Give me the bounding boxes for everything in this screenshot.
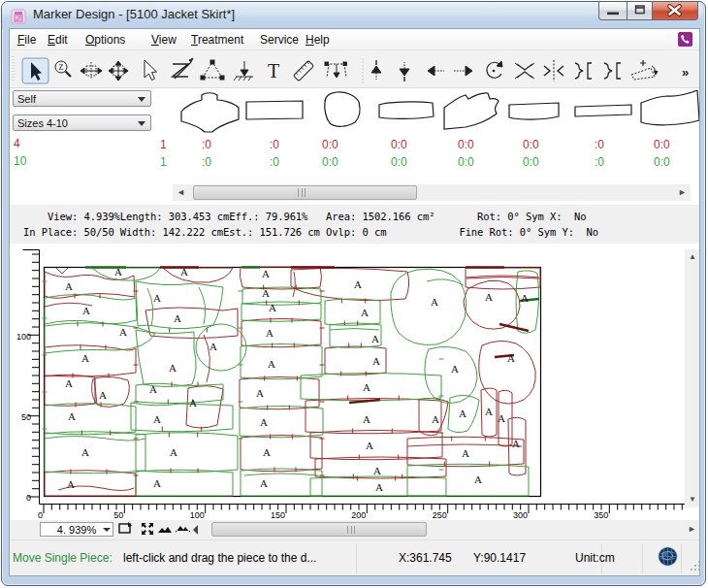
svg-text:A: A [209, 341, 217, 352]
svg-text:Z: Z [59, 63, 64, 72]
svg-text:A: A [361, 307, 369, 318]
svg-text:A: A [498, 412, 505, 424]
svg-text:A: A [189, 397, 197, 408]
svg-text:A: A [363, 413, 370, 425]
svg-text:A: A [373, 465, 381, 476]
svg-text:A: A [462, 447, 469, 459]
svg-text:A: A [67, 478, 75, 490]
svg-text:A: A [260, 416, 268, 428]
svg-text:100: 100 [190, 510, 205, 520]
svg-text:A: A [262, 268, 270, 279]
svg-text:A: A [371, 333, 379, 344]
svg-text:A: A [153, 413, 161, 425]
svg-text:A: A [431, 296, 438, 308]
svg-text:200: 200 [351, 510, 366, 520]
svg-text:A: A [451, 363, 459, 375]
svg-text:A: A [512, 438, 520, 449]
svg-text:T: T [268, 60, 279, 82]
svg-text:300: 300 [513, 510, 528, 520]
svg-text:A: A [268, 358, 275, 370]
svg-text:A: A [366, 440, 373, 451]
svg-text:A: A [459, 408, 467, 419]
svg-text:A: A [375, 481, 383, 493]
svg-text:A: A [170, 446, 177, 458]
svg-text:A: A [256, 387, 264, 399]
svg-text:A: A [119, 326, 127, 338]
svg-text:A: A [432, 413, 439, 425]
svg-text:A: A [363, 381, 370, 393]
svg-text:250: 250 [433, 510, 447, 520]
svg-text:A: A [269, 302, 276, 313]
svg-text:A: A [114, 266, 122, 278]
svg-text:100: 100 [16, 332, 31, 342]
svg-text:0: 0 [38, 510, 43, 520]
svg-text:350: 350 [594, 510, 608, 520]
svg-text:A: A [263, 446, 271, 458]
svg-text:A: A [354, 278, 362, 290]
svg-text:0: 0 [26, 493, 31, 503]
svg-text:A: A [174, 312, 181, 324]
svg-text:A: A [507, 352, 515, 364]
svg-text:A: A [153, 477, 161, 489]
svg-text:A: A [65, 377, 73, 389]
svg-text:A: A [372, 355, 380, 367]
svg-text:»: » [682, 65, 689, 80]
svg-text:A: A [260, 477, 268, 489]
svg-text:A: A [81, 446, 89, 458]
svg-text:A: A [266, 327, 274, 339]
svg-text:A: A [485, 406, 493, 417]
svg-text:50: 50 [21, 412, 31, 422]
svg-text:A: A [149, 383, 157, 395]
svg-text:A: A [82, 305, 90, 316]
svg-text:A: A [262, 287, 270, 299]
svg-text:A: A [153, 292, 161, 304]
svg-text:A: A [169, 362, 177, 374]
svg-text:A: A [68, 410, 76, 422]
svg-text:A: A [485, 291, 493, 303]
svg-text:50: 50 [113, 510, 123, 520]
svg-text:A: A [180, 266, 188, 278]
svg-text:A: A [474, 474, 482, 485]
svg-text:A: A [521, 292, 529, 304]
svg-text:A: A [81, 352, 89, 364]
svg-text:A: A [65, 280, 73, 292]
svg-text:150: 150 [271, 510, 285, 520]
svg-text:A: A [99, 389, 107, 401]
